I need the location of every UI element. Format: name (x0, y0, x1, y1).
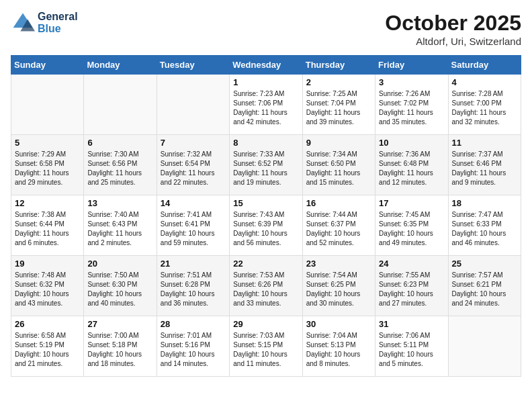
day-number: 20 (87, 259, 152, 269)
day-info: Sunrise: 7:36 AM Sunset: 6:48 PM Dayligh… (379, 150, 444, 187)
calendar-day-cell: 9Sunrise: 7:34 AM Sunset: 6:50 PM Daylig… (302, 135, 375, 195)
day-number: 7 (161, 138, 226, 148)
day-info: Sunrise: 7:33 AM Sunset: 6:52 PM Dayligh… (233, 150, 298, 187)
day-number: 15 (233, 198, 298, 208)
calendar-day-cell: 11Sunrise: 7:37 AM Sunset: 6:46 PM Dayli… (448, 135, 521, 195)
calendar-day-cell: 3Sunrise: 7:26 AM Sunset: 7:02 PM Daylig… (375, 75, 448, 135)
day-info: Sunrise: 7:54 AM Sunset: 6:25 PM Dayligh… (306, 271, 371, 308)
weekday-header-cell: Thursday (302, 56, 375, 75)
day-number: 17 (379, 198, 444, 208)
day-info: Sunrise: 7:23 AM Sunset: 7:06 PM Dayligh… (233, 89, 298, 127)
month-title: October 2025 (385, 11, 521, 36)
calendar-day-cell: 22Sunrise: 7:53 AM Sunset: 6:26 PM Dayli… (230, 256, 302, 316)
day-info: Sunrise: 7:03 AM Sunset: 5:15 PM Dayligh… (233, 331, 298, 369)
calendar-day-cell (157, 75, 229, 135)
calendar-day-cell: 28Sunrise: 7:01 AM Sunset: 5:16 PM Dayli… (157, 316, 229, 377)
logo: General Blue (11, 11, 78, 35)
day-info: Sunrise: 7:41 AM Sunset: 6:41 PM Dayligh… (161, 210, 226, 248)
calendar-table: SundayMondayTuesdayWednesdayThursdayFrid… (11, 55, 521, 377)
day-number: 28 (161, 319, 226, 329)
day-number: 4 (452, 77, 517, 87)
day-number: 19 (15, 259, 80, 269)
calendar-day-cell: 29Sunrise: 7:03 AM Sunset: 5:15 PM Dayli… (230, 316, 302, 377)
day-info: Sunrise: 7:55 AM Sunset: 6:23 PM Dayligh… (379, 271, 444, 308)
calendar-day-cell: 17Sunrise: 7:45 AM Sunset: 6:35 PM Dayli… (375, 195, 448, 256)
calendar-day-cell: 18Sunrise: 7:47 AM Sunset: 6:33 PM Dayli… (448, 195, 521, 256)
day-number: 14 (161, 198, 226, 208)
day-info: Sunrise: 7:40 AM Sunset: 6:43 PM Dayligh… (87, 210, 152, 248)
day-info: Sunrise: 7:00 AM Sunset: 5:18 PM Dayligh… (87, 331, 152, 369)
day-info: Sunrise: 6:58 AM Sunset: 5:19 PM Dayligh… (15, 331, 80, 369)
day-number: 27 (87, 319, 152, 329)
day-number: 21 (161, 259, 226, 269)
weekday-header-row: SundayMondayTuesdayWednesdayThursdayFrid… (11, 56, 521, 75)
day-number: 5 (15, 138, 80, 148)
calendar-day-cell: 5Sunrise: 7:29 AM Sunset: 6:58 PM Daylig… (11, 135, 84, 195)
day-info: Sunrise: 7:26 AM Sunset: 7:02 PM Dayligh… (379, 89, 444, 127)
day-info: Sunrise: 7:32 AM Sunset: 6:54 PM Dayligh… (161, 150, 226, 187)
calendar-week-row: 12Sunrise: 7:38 AM Sunset: 6:44 PM Dayli… (11, 195, 521, 256)
day-number: 24 (379, 259, 444, 269)
day-number: 12 (15, 198, 80, 208)
weekday-header-cell: Friday (375, 56, 448, 75)
weekday-header-cell: Sunday (11, 56, 84, 75)
calendar-day-cell: 25Sunrise: 7:57 AM Sunset: 6:21 PM Dayli… (448, 256, 521, 316)
day-number: 29 (233, 319, 298, 329)
logo-text: General Blue (38, 11, 78, 35)
weekday-header-cell: Monday (84, 56, 157, 75)
day-info: Sunrise: 7:37 AM Sunset: 6:46 PM Dayligh… (452, 150, 517, 187)
day-info: Sunrise: 7:04 AM Sunset: 5:13 PM Dayligh… (306, 331, 371, 369)
day-info: Sunrise: 7:48 AM Sunset: 6:32 PM Dayligh… (15, 271, 80, 308)
day-number: 26 (15, 319, 80, 329)
calendar-day-cell: 12Sunrise: 7:38 AM Sunset: 6:44 PM Dayli… (11, 195, 84, 256)
day-info: Sunrise: 7:45 AM Sunset: 6:35 PM Dayligh… (379, 210, 444, 248)
day-number: 22 (233, 259, 298, 269)
page-header: General Blue October 2025 Altdorf, Uri, … (11, 11, 521, 47)
day-number: 25 (452, 259, 517, 269)
day-number: 16 (306, 198, 371, 208)
logo-icon (11, 11, 35, 35)
calendar-week-row: 26Sunrise: 6:58 AM Sunset: 5:19 PM Dayli… (11, 316, 521, 377)
day-info: Sunrise: 7:30 AM Sunset: 6:56 PM Dayligh… (87, 150, 152, 187)
calendar-day-cell: 4Sunrise: 7:28 AM Sunset: 7:00 PM Daylig… (448, 75, 521, 135)
day-number: 23 (306, 259, 371, 269)
calendar-week-row: 19Sunrise: 7:48 AM Sunset: 6:32 PM Dayli… (11, 256, 521, 316)
location: Altdorf, Uri, Switzerland (385, 36, 521, 47)
day-info: Sunrise: 7:44 AM Sunset: 6:37 PM Dayligh… (306, 210, 371, 248)
day-info: Sunrise: 7:29 AM Sunset: 6:58 PM Dayligh… (15, 150, 80, 187)
day-info: Sunrise: 7:06 AM Sunset: 5:11 PM Dayligh… (379, 331, 444, 369)
calendar-day-cell: 14Sunrise: 7:41 AM Sunset: 6:41 PM Dayli… (157, 195, 229, 256)
calendar-day-cell: 24Sunrise: 7:55 AM Sunset: 6:23 PM Dayli… (375, 256, 448, 316)
calendar-day-cell: 23Sunrise: 7:54 AM Sunset: 6:25 PM Dayli… (302, 256, 375, 316)
day-number: 3 (379, 77, 444, 87)
day-number: 11 (452, 138, 517, 148)
calendar-week-row: 5Sunrise: 7:29 AM Sunset: 6:58 PM Daylig… (11, 135, 521, 195)
day-number: 9 (306, 138, 371, 148)
day-info: Sunrise: 7:50 AM Sunset: 6:30 PM Dayligh… (87, 271, 152, 308)
calendar-day-cell: 13Sunrise: 7:40 AM Sunset: 6:43 PM Dayli… (84, 195, 157, 256)
calendar-day-cell: 10Sunrise: 7:36 AM Sunset: 6:48 PM Dayli… (375, 135, 448, 195)
day-number: 13 (87, 198, 152, 208)
day-info: Sunrise: 7:47 AM Sunset: 6:33 PM Dayligh… (452, 210, 517, 248)
calendar-day-cell: 7Sunrise: 7:32 AM Sunset: 6:54 PM Daylig… (157, 135, 229, 195)
calendar-day-cell: 6Sunrise: 7:30 AM Sunset: 6:56 PM Daylig… (84, 135, 157, 195)
weekday-header-cell: Wednesday (230, 56, 302, 75)
calendar-day-cell: 31Sunrise: 7:06 AM Sunset: 5:11 PM Dayli… (375, 316, 448, 377)
day-number: 18 (452, 198, 517, 208)
calendar-day-cell: 8Sunrise: 7:33 AM Sunset: 6:52 PM Daylig… (230, 135, 302, 195)
day-info: Sunrise: 7:57 AM Sunset: 6:21 PM Dayligh… (452, 271, 517, 308)
calendar-day-cell (448, 316, 521, 377)
calendar-day-cell: 26Sunrise: 6:58 AM Sunset: 5:19 PM Dayli… (11, 316, 84, 377)
title-block: October 2025 Altdorf, Uri, Switzerland (385, 11, 521, 47)
calendar-day-cell: 15Sunrise: 7:43 AM Sunset: 6:39 PM Dayli… (230, 195, 302, 256)
day-info: Sunrise: 7:51 AM Sunset: 6:28 PM Dayligh… (161, 271, 226, 308)
day-number: 1 (233, 77, 298, 87)
day-info: Sunrise: 7:53 AM Sunset: 6:26 PM Dayligh… (233, 271, 298, 308)
calendar-day-cell: 27Sunrise: 7:00 AM Sunset: 5:18 PM Dayli… (84, 316, 157, 377)
day-info: Sunrise: 7:25 AM Sunset: 7:04 PM Dayligh… (306, 89, 371, 127)
calendar-day-cell (84, 75, 157, 135)
calendar-day-cell: 2Sunrise: 7:25 AM Sunset: 7:04 PM Daylig… (302, 75, 375, 135)
day-number: 31 (379, 319, 444, 329)
day-info: Sunrise: 7:01 AM Sunset: 5:16 PM Dayligh… (161, 331, 226, 369)
day-info: Sunrise: 7:34 AM Sunset: 6:50 PM Dayligh… (306, 150, 371, 187)
